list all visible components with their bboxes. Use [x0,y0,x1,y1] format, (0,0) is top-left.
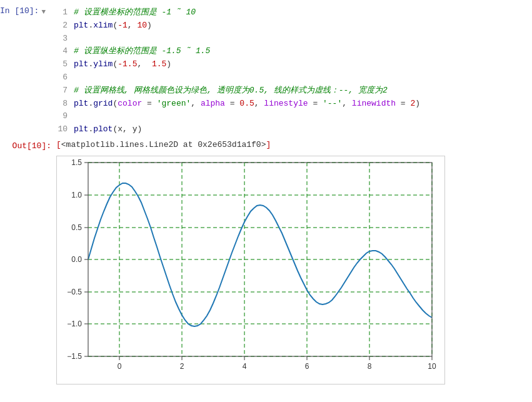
x-tick-2: 2 [180,362,184,371]
code-text-1: # 设置横坐标的范围是 -1 ˜ 10 [74,6,532,19]
code-line-4: 4 # 设置纵坐标的范围是 -1.5 ˜ 1.5 [56,45,532,58]
code-line-10: 10 plt.plot(x, y) [56,123,532,136]
y-tick-1.0: 1.0 [71,191,82,199]
y-tick-0.0: 0.0 [71,255,82,264]
output-bracket-close: ] [266,140,271,149]
line-num-6: 6 [56,71,74,84]
x-tick-10: 10 [428,362,436,371]
line-num-7: 7 [56,84,74,98]
y-tick--0.5: −0.5 [67,288,82,296]
x-axis: 0 2 4 6 8 10 [118,356,436,371]
code-text-6 [74,71,532,84]
x-tick-0: 0 [118,362,122,371]
code-text-5: plt.ylim(-1.5, 1.5) [74,58,532,71]
x-tick-4: 4 [243,362,247,371]
y-axis: 1.5 1.0 0.5 0.0 −0.5 −1.0 [67,158,88,361]
prompt-label: In [10]: [0,6,39,16]
line-num-9: 9 [56,110,74,123]
line-num-5: 5 [56,58,74,71]
code-line-6: 6 [56,71,532,84]
x-tick-8: 8 [368,362,372,371]
output-bracket-open: [ [56,140,61,149]
code-text-8: plt.grid(color = 'green', alpha = 0.5, l… [74,98,532,111]
code-line-2: 2 plt.xlim(-1, 10) [56,19,532,33]
output-area: Out[10]: [<matplotlib.lines.Line2D at 0x… [0,140,532,151]
plot-area: 0 2 4 6 8 10 [56,156,532,384]
y-tick--1.0: −1.0 [67,319,82,328]
line-num-10: 10 [56,123,74,136]
y-tick--1.5: −1.5 [67,352,82,361]
code-text-9 [74,110,532,123]
y-tick-1.5: 1.5 [71,158,82,167]
output-class-path: <matplotlib.lines.Line2D at 0x2e653d1a1f… [61,140,266,149]
plot-svg: 0 2 4 6 8 10 [57,156,444,381]
line-num-3: 3 [56,33,74,46]
plot-svg-container: 0 2 4 6 8 10 [56,156,445,384]
line-num-1: 1 [56,6,74,19]
code-block: 1 # 设置横坐标的范围是 -1 ˜ 10 2 plt.xlim(-1, 10)… [56,5,532,138]
y-tick-0.5: 0.5 [71,223,82,232]
line-num-4: 4 [56,45,74,58]
line-num-2: 2 [56,19,74,33]
code-line-7: 7 # 设置网格线, 网格线颜色设为绿色, 透明度为0.5, 线的样式为虚线：-… [56,84,532,98]
code-text-10: plt.plot(x, y) [74,123,532,136]
output-prompt: Out[10]: [0,140,56,151]
code-text-7: # 设置网格线, 网格线颜色设为绿色, 透明度为0.5, 线的样式为虚线：--,… [74,84,532,98]
code-text-3 [74,33,532,46]
output-text-value: [<matplotlib.lines.Line2D at 0x2e653d1a1… [56,140,271,149]
code-text-4: # 设置纵坐标的范围是 -1.5 ˜ 1.5 [74,45,532,58]
input-prompt: In [10]: ▼ [0,5,56,16]
code-text-2: plt.xlim(-1, 10) [74,19,532,33]
line-num-8: 8 [56,98,74,111]
input-area: In [10]: ▼ 1 # 设置横坐标的范围是 -1 ˜ 10 2 plt.x… [0,5,532,138]
code-line-5: 5 plt.ylim(-1.5, 1.5) [56,58,532,71]
code-line-3: 3 [56,33,532,46]
prompt-arrow: ▼ [41,8,46,16]
code-line-8: 8 plt.grid(color = 'green', alpha = 0.5,… [56,98,532,111]
jupyter-cell: In [10]: ▼ 1 # 设置横坐标的范围是 -1 ˜ 10 2 plt.x… [0,0,532,389]
code-line-1: 1 # 设置横坐标的范围是 -1 ˜ 10 [56,6,532,19]
code-line-9: 9 [56,110,532,123]
x-tick-6: 6 [305,362,309,371]
